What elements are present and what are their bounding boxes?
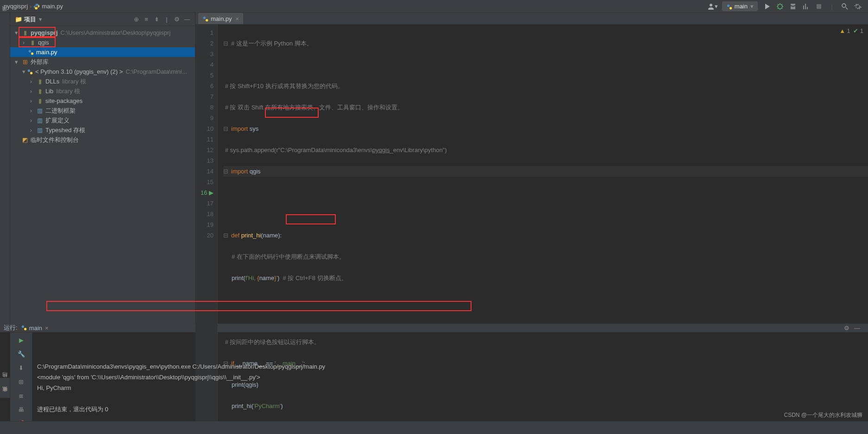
console-output[interactable]: C:\ProgramData\miniconda3\envs\pyqgis_en… bbox=[32, 347, 868, 429]
coverage-button[interactable] bbox=[787, 1, 799, 12]
project-tree[interactable]: ▾▮ pyqgisprj C:\Users\Administrator\Desk… bbox=[10, 26, 195, 324]
watermark: CSDN @一个尾大的水利攻城狮 bbox=[784, 411, 862, 419]
side-project-tab[interactable]: 项目 bbox=[0, 13, 9, 17]
close-icon[interactable]: × bbox=[45, 325, 49, 332]
tree-label: DLLs bbox=[45, 78, 59, 85]
console-line: C:\ProgramData\miniconda3\envs\pyqgis_en… bbox=[37, 363, 325, 370]
editor: main.py × 12345 678910 1112131415 16 ▶17… bbox=[195, 13, 868, 324]
separator: | bbox=[162, 14, 172, 25]
python-file-icon bbox=[28, 49, 34, 56]
tree-hint: library 根 bbox=[62, 77, 86, 86]
bars-icon: ▥ bbox=[36, 117, 44, 124]
side-bookmarks-tab[interactable]: 收藏夹 bbox=[0, 394, 9, 398]
tree-label: qgis bbox=[38, 39, 49, 46]
tree-dlls[interactable]: ›▮ DLLs library 根 bbox=[10, 77, 195, 86]
breadcrumb-project[interactable]: pyqgisprj bbox=[4, 3, 28, 10]
console-line: Hi, PyCharm bbox=[37, 384, 71, 391]
svg-point-7 bbox=[28, 69, 30, 71]
search-icon[interactable] bbox=[839, 1, 850, 12]
tree-label: < Python 3.10 (pyqgis_env) (2) > bbox=[35, 68, 123, 75]
run-config-selector[interactable]: main ▾ bbox=[722, 1, 758, 11]
user-icon[interactable]: ▾ bbox=[707, 1, 718, 12]
left-tool-gutter: 项目 bbox=[0, 13, 10, 324]
collapse-all-icon[interactable]: ⇟ bbox=[151, 14, 162, 25]
editor-tabs: main.py × bbox=[195, 13, 868, 25]
bars-icon: ▥ bbox=[36, 127, 44, 134]
svg-point-6 bbox=[31, 52, 33, 55]
tree-root-path: C:\Users\Administrator\Desktop\pyqgisprj bbox=[61, 29, 171, 36]
tree-label: site-packages bbox=[45, 97, 82, 104]
tree-root[interactable]: ▾▮ pyqgisprj C:\Users\Administrator\Desk… bbox=[10, 28, 195, 38]
chevron-down-icon: ▾ bbox=[750, 3, 754, 10]
tree-scratches[interactable]: ◩ 临时文件和控制台 bbox=[10, 135, 195, 145]
run-config-name: main bbox=[29, 325, 42, 332]
python-icon bbox=[21, 325, 27, 331]
star-icon[interactable]: ★ bbox=[2, 385, 8, 392]
profile-button[interactable] bbox=[800, 1, 811, 12]
svg-point-1 bbox=[730, 7, 732, 9]
gear-icon[interactable]: ⚙ bbox=[172, 14, 182, 25]
project-icon: 📁 bbox=[15, 16, 22, 23]
breadcrumb-file[interactable]: main.py bbox=[42, 3, 63, 10]
tree-path: C:\ProgramData\mini... bbox=[126, 68, 187, 75]
close-icon[interactable]: × bbox=[236, 15, 239, 22]
bars-icon: ▥ bbox=[36, 107, 44, 115]
folder-icon: ▮ bbox=[36, 78, 44, 85]
tool-icon[interactable]: 🔧 bbox=[15, 348, 28, 359]
layout-icon[interactable]: ⊞ bbox=[15, 376, 28, 387]
library-icon: ⊞ bbox=[21, 58, 29, 66]
filter-icon[interactable]: ≣ bbox=[15, 390, 28, 401]
project-tool-window: 📁 项目 ▾ ⊕ ≡ ⇟ | ⚙ — ▾▮ pyqgisprj C:\Users… bbox=[10, 13, 195, 324]
tree-hint: library 根 bbox=[56, 87, 80, 96]
chevron-down-icon[interactable]: ▾ bbox=[39, 16, 42, 23]
python-file-icon bbox=[33, 3, 40, 10]
tree-external-libs[interactable]: ▾⊞ 外部库 bbox=[10, 57, 195, 67]
hide-icon[interactable]: — bbox=[182, 14, 192, 25]
tree-lib[interactable]: ›▮ Lib library 根 bbox=[10, 86, 195, 96]
editor-tab-main[interactable]: main.py × bbox=[198, 13, 243, 24]
expand-all-icon[interactable]: ≡ bbox=[141, 14, 151, 25]
side-structure-tab[interactable]: 结构 bbox=[0, 380, 9, 383]
locate-icon[interactable]: ⊕ bbox=[131, 14, 141, 25]
bottom-left-rail: 结构 ★ 收藏夹 bbox=[0, 378, 10, 398]
topbar: pyqgisprj › main.py ▾ main ▾ | bbox=[0, 0, 868, 13]
tree-typeshed[interactable]: ›▥ Typeshed 存根 bbox=[10, 125, 195, 135]
stop-button[interactable] bbox=[813, 1, 824, 12]
project-panel-title: 项目 bbox=[24, 15, 36, 24]
breadcrumb: pyqgisprj › main.py bbox=[4, 3, 63, 10]
tree-bin-framework[interactable]: ›▥ 二进制框架 bbox=[10, 106, 195, 115]
tree-site-packages[interactable]: ›▮ site-packages bbox=[10, 96, 195, 106]
code-line: # 按 Shift+F10 执行或将其替换为您的代码。 bbox=[225, 83, 344, 89]
python-icon bbox=[726, 3, 733, 10]
warning-count: 1 bbox=[847, 27, 850, 34]
tree-root-name: pyqgisprj bbox=[31, 29, 58, 36]
tree-label: 二进制框架 bbox=[45, 107, 75, 115]
tree-file-main[interactable]: main.py bbox=[10, 47, 195, 57]
run-button[interactable] bbox=[761, 1, 773, 12]
svg-point-5 bbox=[29, 50, 31, 52]
settings-icon[interactable] bbox=[852, 1, 863, 12]
svg-point-11 bbox=[22, 326, 24, 328]
tree-folder-qgis[interactable]: ›▮ qgis bbox=[10, 38, 195, 47]
ok-icon: ✔ bbox=[853, 27, 858, 34]
console-line: 进程已结束，退出代码为 0 bbox=[37, 406, 108, 413]
inspection-indicators[interactable]: ▲ 1 ✔ 1 bbox=[839, 27, 863, 34]
rerun-button[interactable]: ▶ bbox=[15, 334, 28, 345]
tree-label: 扩展定义 bbox=[45, 116, 69, 125]
debug-button[interactable] bbox=[774, 1, 786, 12]
svg-point-10 bbox=[206, 19, 208, 21]
tree-python-env[interactable]: ▾ < Python 3.10 (pyqgis_env) (2) > C:\Pr… bbox=[10, 67, 195, 77]
svg-point-8 bbox=[30, 72, 32, 74]
code-line: # 这是一个示例 Python 脚本。 bbox=[231, 40, 313, 47]
statusbar bbox=[0, 421, 868, 434]
print-icon[interactable]: 🖶 bbox=[15, 404, 28, 415]
tree-label: Typeshed 存根 bbox=[45, 126, 85, 134]
code-line: # 按 双击 Shift 在所有地方搜索类、文件、工具窗口、操作和设置。 bbox=[225, 104, 404, 111]
chevron-right-icon: › bbox=[30, 3, 31, 10]
tree-label: 临时文件和控制台 bbox=[31, 136, 79, 144]
tree-label: 外部库 bbox=[31, 58, 49, 66]
tree-ext-def[interactable]: ›▥ 扩展定义 bbox=[10, 115, 195, 125]
down-icon[interactable]: ⬇ bbox=[15, 362, 28, 373]
python-file-icon bbox=[202, 16, 209, 22]
run-toolbar: ▶ 🔧 ⬇ ⊞ ≣ 🖶 📌 🗑 bbox=[10, 332, 32, 434]
